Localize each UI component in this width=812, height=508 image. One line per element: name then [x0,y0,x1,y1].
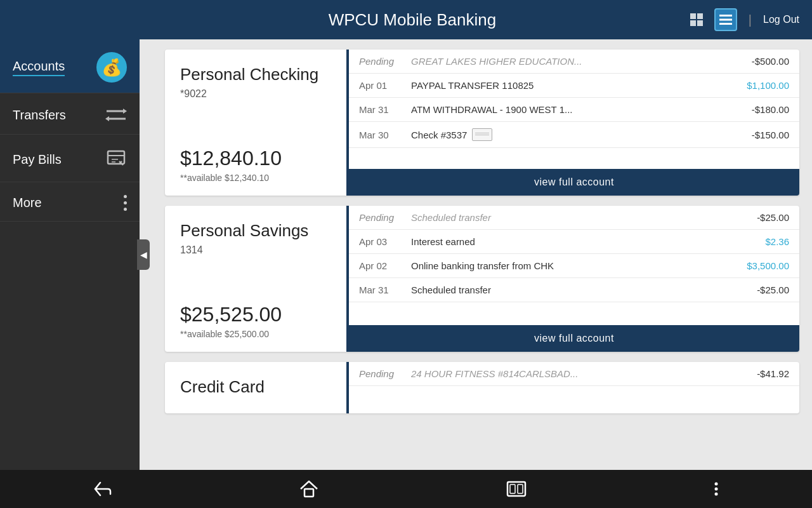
grid-view-button[interactable] [685,8,708,31]
svg-rect-4 [719,15,732,17]
table-row: Pending 24 HOUR FITNESS #814CARLSBAD... … [349,362,799,386]
svg-rect-1 [697,13,703,19]
tx-desc: Interest earned [411,236,724,247]
tx-desc: PAYPAL TRANSFER 110825 [411,80,724,91]
check-image-icon [472,128,492,141]
tx-date: Apr 02 [359,260,403,271]
savings-name: Personal Savings [180,221,331,241]
tx-date: Mar 31 [359,284,403,295]
more-icon [124,195,127,211]
svg-point-20 [715,488,718,491]
accounts-icon: 💰 [96,52,127,83]
view-full-account-button-checking[interactable]: view full account [349,169,799,196]
tx-desc: GREAT LAKES HIGHER EDUCATION... [411,56,724,67]
table-row: Mar 31 ATM WITHDRAWAL - 1900 WEST 1... -… [349,98,799,122]
sidebar-item-transfers[interactable]: Transfers [0,93,140,135]
tx-amount: -$25.00 [732,284,789,295]
sidebar-paybills-label: Pay Bills [13,152,62,167]
svg-rect-5 [719,19,732,21]
tx-desc: Online banking transfer from CHK [411,260,724,271]
sidebar-item-accounts[interactable]: Accounts 💰 [0,39,140,93]
top-bar: WPCU Mobile Banking | Log Out [0,0,812,39]
tx-date: Pending [359,56,403,67]
checking-name: Personal Checking [180,65,331,84]
tx-amount: $1,100.00 [732,80,789,91]
divider: | [749,13,752,27]
pay-bills-icon [105,147,127,171]
svg-rect-3 [697,20,703,26]
table-row: Pending GREAT LAKES HIGHER EDUCATION... … [349,50,799,74]
checking-transactions: Pending GREAT LAKES HIGHER EDUCATION... … [349,50,799,169]
credit-name: Credit Card [180,377,331,397]
table-row: Apr 01 PAYPAL TRANSFER 110825 $1,100.00 [349,74,799,98]
list-view-button[interactable] [714,8,737,31]
account-right-credit: Pending 24 HOUR FITNESS #814CARLSBAD... … [349,362,799,413]
view-full-account-button-savings[interactable]: view full account [349,325,799,352]
account-left-checking: Personal Checking *9022 $12,840.10 **ava… [165,50,349,196]
svg-rect-18 [518,485,523,493]
tx-date: Apr 03 [359,236,403,247]
account-card-checking: Personal Checking *9022 $12,840.10 **ava… [165,50,799,196]
tx-date: Apr 01 [359,80,403,91]
svg-point-21 [715,493,718,496]
savings-transactions: Pending Scheduled transfer -$25.00 Apr 0… [349,206,799,325]
svg-rect-2 [690,20,696,26]
svg-rect-6 [719,23,732,25]
account-left-credit: Credit Card [165,362,349,413]
checking-number: *9022 [180,88,331,100]
checking-balance: $12,840.10 [180,147,331,170]
table-row: Apr 03 Interest earned $2.36 [349,230,799,254]
sidebar-accounts-label: Accounts [13,59,65,76]
svg-point-19 [715,483,718,486]
tx-date: Pending [359,212,403,223]
options-button[interactable] [695,477,737,501]
svg-rect-15 [304,489,313,497]
tx-date: Mar 31 [359,104,403,115]
tx-desc: 24 HOUR FITNESS #814CARLSBAD... [411,368,724,379]
svg-marker-10 [105,116,109,121]
credit-transactions: Pending 24 HOUR FITNESS #814CARLSBAD... … [349,362,799,413]
app-title: WPCU Mobile Banking [140,10,685,30]
tx-amount: -$500.00 [732,56,789,67]
back-button[interactable] [75,476,131,502]
tx-date: Pending [359,368,403,379]
table-row: Apr 02 Online banking transfer from CHK … [349,254,799,278]
table-row: Mar 31 Scheduled transfer -$25.00 [349,278,799,302]
sidebar-item-pay-bills[interactable]: Pay Bills [0,135,140,182]
home-button[interactable] [280,475,337,503]
tx-amount: -$180.00 [732,104,789,115]
main-layout: Accounts 💰 Transfers Pay Bills [0,39,812,470]
sidebar-item-more[interactable]: More [0,182,140,222]
table-row: Mar 30 Check #3537 -$150.00 [349,122,799,148]
tx-amount: -$25.00 [732,212,789,223]
tx-desc: Scheduled transfer [411,212,724,223]
tx-amount: $2.36 [732,236,789,247]
tx-amount: -$150.00 [732,130,789,140]
account-card-credit: Credit Card Pending 24 HOUR FITNESS #814… [165,362,799,413]
recents-button[interactable] [487,476,546,502]
table-row: Pending Scheduled transfer -$25.00 [349,206,799,230]
svg-rect-0 [690,13,696,19]
tx-desc: Check #3537 [411,128,724,141]
svg-rect-17 [510,485,515,493]
content-area: Personal Checking *9022 $12,840.10 **ava… [140,39,812,470]
sidebar-more-label: More [13,196,42,210]
tx-desc: Scheduled transfer [411,284,724,295]
sidebar-collapse-button[interactable]: ◀ [137,239,150,270]
sidebar-transfers-label: Transfers [13,108,66,123]
bottom-nav [0,470,812,508]
account-card-savings: Personal Savings 1314 $25,525.00 **avail… [165,206,799,352]
account-right-checking: Pending GREAT LAKES HIGHER EDUCATION... … [349,50,799,196]
account-left-savings: Personal Savings 1314 $25,525.00 **avail… [165,206,349,352]
tx-amount: $3,500.00 [732,260,789,271]
account-right-savings: Pending Scheduled transfer -$25.00 Apr 0… [349,206,799,352]
savings-number: 1314 [180,244,331,256]
sidebar: Accounts 💰 Transfers Pay Bills [0,39,140,470]
logout-button[interactable]: Log Out [763,14,799,25]
savings-available: **available $25,500.00 [180,329,331,339]
tx-amount: -$41.92 [732,368,789,379]
savings-balance: $25,525.00 [180,303,331,326]
tx-desc: ATM WITHDRAWAL - 1900 WEST 1... [411,104,724,115]
top-bar-controls: | Log Out [685,8,799,31]
checking-available: **available $12,340.10 [180,173,331,183]
